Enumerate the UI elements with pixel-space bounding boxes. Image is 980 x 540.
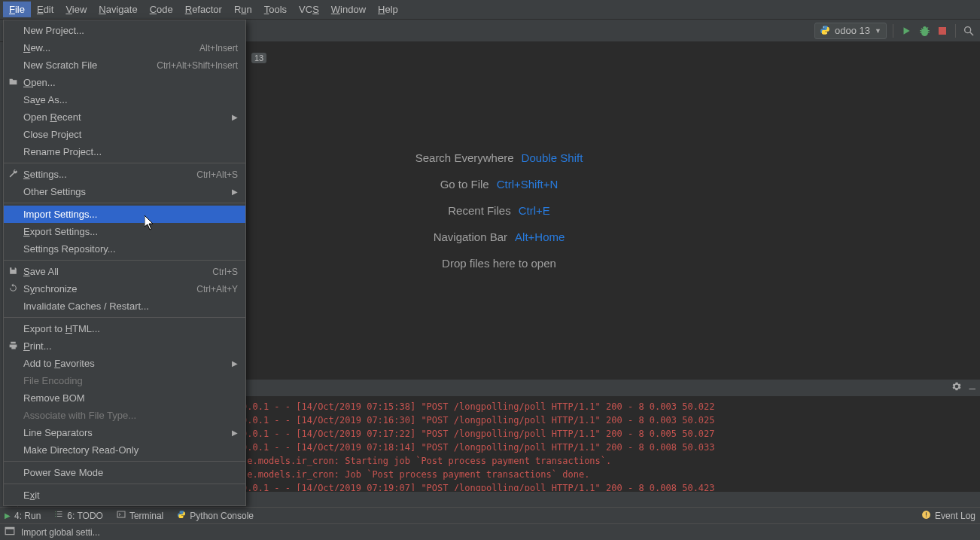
menu-item-shortcut: Ctrl+S — [212, 267, 238, 277]
file-menu-dropdown: New Project...New...Alt+InsertNew Scratc… — [3, 20, 246, 506]
svg-rect-10 — [5, 527, 14, 529]
submenu-arrow-icon: ▶ — [232, 188, 238, 196]
menu-item-label: Other Settings — [23, 186, 232, 197]
menu-item-settings-repository[interactable]: Settings Repository... — [4, 240, 245, 258]
menu-view[interactable]: View — [59, 2, 93, 17]
menu-item-label: Close Project — [23, 129, 238, 140]
submenu-arrow-icon: ▶ — [232, 113, 238, 121]
menu-item-label: Exit — [23, 490, 238, 501]
menu-item-open[interactable]: Open... — [4, 74, 245, 91]
menu-item-print[interactable]: Print... — [4, 337, 245, 355]
print-icon — [8, 340, 19, 351]
menu-item-remove-bom[interactable]: Remove BOM — [4, 389, 245, 407]
terminal-tool-button[interactable]: Terminal — [117, 510, 163, 521]
status-bar: Import global setti... — [0, 523, 980, 540]
run-config-label: odoo 13 — [835, 25, 870, 36]
menu-item-label: Print... — [23, 340, 238, 352]
menu-item-settings[interactable]: Settings...Ctrl+Alt+S — [4, 166, 245, 183]
stop-button[interactable] — [936, 24, 949, 38]
menu-item-shortcut: Ctrl+Alt+S — [196, 169, 238, 180]
python-console-button[interactable]: Python Console — [177, 510, 254, 521]
pyconsole-label: Python Console — [190, 511, 254, 521]
menu-item-rename-project[interactable]: Rename Project... — [4, 143, 245, 160]
event-log-label: Event Log — [935, 511, 975, 521]
welcome-hint: Drop files here to open — [442, 257, 556, 270]
menu-item-associate-with-file-type: Associate with File Type... — [4, 407, 245, 424]
warning-icon — [921, 510, 931, 522]
status-text: Import global setti... — [21, 527, 100, 538]
menu-item-label: Export Settings... — [23, 226, 238, 237]
menu-item-label: Associate with File Type... — [23, 410, 238, 421]
disk-icon — [8, 266, 19, 276]
menu-item-shortcut: Alt+Insert — [199, 43, 238, 53]
debug-button[interactable] — [918, 24, 931, 38]
svg-line-4 — [970, 32, 973, 35]
welcome-hint-shortcut: Ctrl+Shift+N — [497, 178, 558, 191]
menu-separator — [4, 317, 245, 318]
menu-item-synchronize[interactable]: SynchronizeCtrl+Alt+Y — [4, 280, 245, 297]
menu-item-open-recent[interactable]: Open Recent▶ — [4, 108, 245, 126]
sync-icon — [8, 283, 19, 294]
menu-item-save-as[interactable]: Save As... — [4, 91, 245, 108]
menu-item-exit[interactable]: Exit — [4, 487, 245, 504]
welcome-hint: Recent FilesCtrl+E — [448, 204, 549, 217]
vertical-divider — [893, 24, 893, 38]
play-icon: ▶ — [5, 511, 11, 520]
menu-item-new-project[interactable]: New Project... — [4, 22, 245, 39]
menu-separator — [4, 461, 245, 462]
menu-run[interactable]: Run — [228, 2, 258, 17]
menu-item-invalidate-caches-restart[interactable]: Invalidate Caches / Restart... — [4, 297, 245, 315]
settings-icon[interactable] — [951, 381, 962, 394]
menu-vcs[interactable]: VCS — [293, 2, 325, 17]
menu-item-add-to-favorites[interactable]: Add to Favorites▶ — [4, 355, 245, 372]
menu-item-shortcut: Ctrl+Alt+Shift+Insert — [157, 60, 238, 71]
menu-item-export-to-html[interactable]: Export to HTML... — [4, 320, 245, 337]
run-config-selector[interactable]: odoo 13 ▼ — [814, 23, 887, 39]
menu-item-export-settings[interactable]: Export Settings... — [4, 223, 245, 240]
menu-item-label: File Encoding — [23, 375, 238, 386]
menu-item-file-encoding: File Encoding — [4, 372, 245, 389]
svg-rect-2 — [939, 27, 946, 35]
status-window-icon[interactable] — [5, 526, 15, 538]
menu-window[interactable]: Window — [325, 2, 372, 17]
run-button[interactable] — [899, 24, 913, 38]
menu-code[interactable]: Code — [144, 2, 179, 17]
menu-item-new[interactable]: New...Alt+Insert — [4, 39, 245, 56]
menu-item-close-project[interactable]: Close Project — [4, 126, 245, 143]
menu-edit[interactable]: Edit — [31, 2, 59, 17]
menu-item-power-save-mode[interactable]: Power Save Mode — [4, 464, 245, 481]
menu-tools[interactable]: Tools — [258, 2, 293, 17]
menu-item-label: Line Separators — [23, 427, 232, 438]
search-everywhere-button[interactable] — [962, 24, 975, 38]
menu-help[interactable]: Help — [372, 2, 404, 17]
event-log-button[interactable]: Event Log — [921, 510, 975, 522]
menu-navigate[interactable]: Navigate — [93, 2, 143, 17]
run-tool-button[interactable]: ▶ 4: Run — [5, 511, 41, 521]
menu-separator — [4, 163, 245, 163]
welcome-hint-label: Go to File — [440, 178, 489, 191]
editor-tab-fragment[interactable]: 13 — [251, 53, 266, 63]
terminal-icon — [117, 510, 126, 521]
welcome-hint: Navigation BarAlt+Home — [434, 230, 565, 243]
minimize-icon[interactable]: — — [969, 382, 975, 394]
welcome-hint-shortcut: Ctrl+E — [519, 204, 550, 217]
menu-item-make-directory-read-only[interactable]: Make Directory Read-Only — [4, 441, 245, 459]
todo-tool-button[interactable]: 6: TODO — [54, 510, 103, 521]
menu-item-label: Invalidate Caches / Restart... — [23, 301, 238, 312]
svg-point-0 — [823, 26, 824, 27]
todo-icon — [54, 510, 63, 521]
menu-item-other-settings[interactable]: Other Settings▶ — [4, 183, 245, 200]
menu-separator — [4, 260, 245, 261]
menu-file[interactable]: File — [3, 2, 31, 17]
menu-item-label: Remove BOM — [23, 392, 238, 404]
menu-item-import-settings[interactable]: Import Settings... — [4, 206, 245, 223]
svg-rect-7 — [926, 512, 927, 515]
menu-item-shortcut: Ctrl+Alt+Y — [196, 284, 238, 294]
menu-item-line-separators[interactable]: Line Separators▶ — [4, 424, 245, 441]
menu-item-save-all[interactable]: Save AllCtrl+S — [4, 263, 245, 280]
menu-item-new-scratch-file[interactable]: New Scratch FileCtrl+Alt+Shift+Insert — [4, 56, 245, 74]
welcome-hint: Search EverywhereDouble Shift — [415, 151, 583, 164]
wrench-icon — [8, 169, 19, 179]
welcome-hint: Go to FileCtrl+Shift+N — [440, 178, 558, 191]
menu-refactor[interactable]: Refactor — [179, 2, 228, 17]
